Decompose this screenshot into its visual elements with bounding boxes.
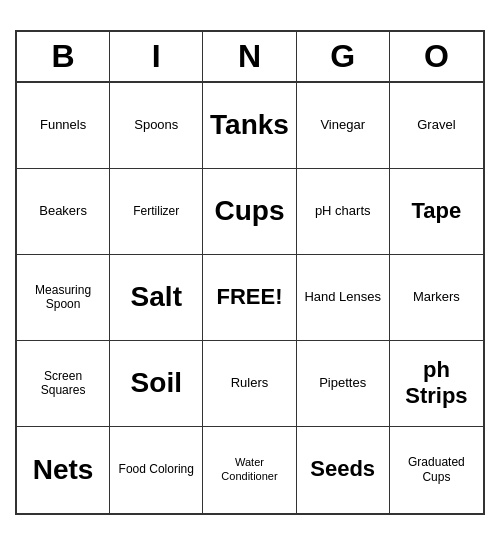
header-letter: O xyxy=(390,32,483,81)
bingo-cell: Cups xyxy=(203,169,296,255)
bingo-cell: Seeds xyxy=(297,427,390,513)
bingo-cell: ph Strips xyxy=(390,341,483,427)
bingo-cell: Spoons xyxy=(110,83,203,169)
header-letter: G xyxy=(297,32,390,81)
bingo-cell: Food Coloring xyxy=(110,427,203,513)
bingo-cell: pH charts xyxy=(297,169,390,255)
bingo-cell: Water Conditioner xyxy=(203,427,296,513)
bingo-cell: Rulers xyxy=(203,341,296,427)
bingo-cell: Fertilizer xyxy=(110,169,203,255)
header-letter: I xyxy=(110,32,203,81)
bingo-cell: Pipettes xyxy=(297,341,390,427)
bingo-cell: Tape xyxy=(390,169,483,255)
header-letter: B xyxy=(17,32,110,81)
bingo-header: BINGO xyxy=(17,32,483,83)
bingo-cell: Graduated Cups xyxy=(390,427,483,513)
bingo-cell: Hand Lenses xyxy=(297,255,390,341)
bingo-cell: Salt xyxy=(110,255,203,341)
bingo-grid: FunnelsSpoonsTanksVinegarGravelBeakersFe… xyxy=(17,83,483,513)
bingo-cell: Soil xyxy=(110,341,203,427)
bingo-cell: Nets xyxy=(17,427,110,513)
header-letter: N xyxy=(203,32,296,81)
bingo-cell: Beakers xyxy=(17,169,110,255)
bingo-cell: Markers xyxy=(390,255,483,341)
bingo-cell: Funnels xyxy=(17,83,110,169)
bingo-cell: Gravel xyxy=(390,83,483,169)
bingo-card: BINGO FunnelsSpoonsTanksVinegarGravelBea… xyxy=(15,30,485,515)
bingo-cell: Measuring Spoon xyxy=(17,255,110,341)
bingo-cell: FREE! xyxy=(203,255,296,341)
bingo-cell: Vinegar xyxy=(297,83,390,169)
bingo-cell: Tanks xyxy=(203,83,296,169)
bingo-cell: Screen Squares xyxy=(17,341,110,427)
